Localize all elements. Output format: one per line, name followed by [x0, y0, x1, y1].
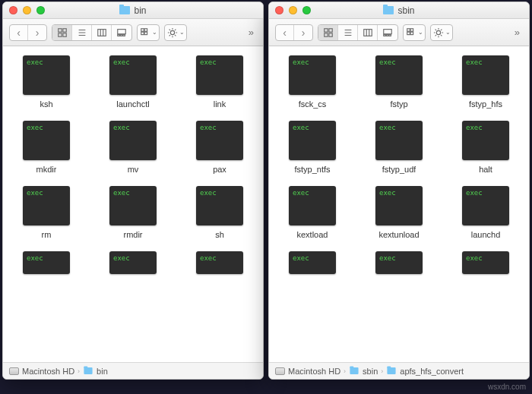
- svg-rect-14: [141, 28, 144, 31]
- exec-icon: [109, 121, 157, 160]
- exec-icon: [289, 186, 336, 225]
- file-item[interactable]: [3, 248, 90, 277]
- path-segment[interactable]: Macintosh HD: [288, 367, 340, 376]
- exec-icon: [196, 251, 243, 274]
- file-item[interactable]: [269, 248, 356, 277]
- svg-rect-44: [410, 32, 413, 35]
- file-item[interactable]: [356, 248, 442, 277]
- action-button[interactable]: ⌄: [430, 24, 453, 41]
- titlebar: sbin: [269, 2, 529, 19]
- folder-icon: [84, 367, 92, 374]
- path-separator-icon: ›: [381, 367, 383, 375]
- view-gallery-button[interactable]: [112, 25, 131, 40]
- minimize-icon[interactable]: [289, 6, 297, 14]
- view-icon-button[interactable]: [318, 25, 338, 40]
- exec-icon: [109, 251, 157, 274]
- path-segment[interactable]: Macintosh HD: [22, 367, 74, 376]
- file-item[interactable]: fstyp_udf: [356, 118, 442, 180]
- svg-rect-0: [58, 28, 61, 31]
- content-area[interactable]: ksh launchctl link mkdir mv pax rm rmdir…: [3, 46, 263, 362]
- file-name: sh: [215, 230, 224, 239]
- content-area[interactable]: fsck_cs fstyp fstyp_hfs fstyp_ntfs fstyp…: [269, 46, 529, 362]
- file-item[interactable]: ksh: [3, 52, 90, 115]
- svg-rect-16: [141, 32, 144, 35]
- file-name: fstyp_udf: [382, 165, 416, 174]
- toolbar-overflow-button[interactable]: »: [511, 27, 523, 38]
- close-icon[interactable]: [275, 6, 283, 14]
- file-name: fstyp: [390, 99, 407, 109]
- group-button[interactable]: ⌄: [137, 24, 160, 41]
- file-item[interactable]: kextload: [269, 183, 356, 245]
- view-column-button[interactable]: [92, 25, 112, 40]
- file-name: ksh: [40, 99, 52, 109]
- zoom-icon[interactable]: [36, 6, 45, 14]
- svg-rect-27: [324, 28, 327, 31]
- file-item[interactable]: fsck_cs: [269, 52, 356, 115]
- minimize-icon[interactable]: [23, 6, 31, 14]
- file-item[interactable]: rm: [3, 183, 90, 245]
- exec-icon: [375, 186, 423, 225]
- file-item[interactable]: kextunload: [356, 183, 442, 245]
- file-item[interactable]: launchd: [442, 183, 529, 245]
- close-icon[interactable]: [9, 6, 17, 14]
- action-button[interactable]: ⌄: [164, 24, 187, 41]
- path-separator-icon: ›: [78, 367, 80, 375]
- exec-icon: [196, 186, 243, 225]
- file-item[interactable]: halt: [442, 118, 529, 180]
- exec-icon: [196, 121, 243, 160]
- path-segment[interactable]: bin: [97, 367, 108, 376]
- view-column-button[interactable]: [358, 25, 378, 40]
- file-item[interactable]: mv: [90, 118, 176, 180]
- path-segment[interactable]: sbin: [363, 367, 378, 376]
- path-segment[interactable]: apfs_hfs_convert: [400, 367, 464, 376]
- file-item[interactable]: sh: [176, 183, 263, 245]
- view-gallery-button[interactable]: [378, 25, 397, 40]
- pathbar: Macintosh HD›sbin›apfs_hfs_convert: [269, 362, 529, 379]
- file-name: fsck_cs: [299, 99, 327, 109]
- file-item[interactable]: fstyp: [356, 52, 442, 115]
- file-name: mkdir: [36, 165, 57, 174]
- forward-button[interactable]: ›: [28, 25, 46, 40]
- svg-rect-11: [118, 34, 120, 36]
- toolbar-overflow-button[interactable]: »: [245, 27, 257, 38]
- group-button[interactable]: ⌄: [403, 24, 426, 41]
- file-item[interactable]: launchctl: [90, 52, 176, 115]
- titlebar: bin: [3, 2, 263, 19]
- exec-icon: [462, 186, 509, 225]
- file-name: link: [214, 99, 226, 109]
- view-mode-segment: [318, 24, 398, 41]
- svg-rect-41: [407, 28, 410, 31]
- forward-button[interactable]: ›: [294, 25, 312, 40]
- svg-rect-2: [58, 33, 61, 36]
- watermark: wsxdn.com: [488, 383, 526, 391]
- svg-line-23: [169, 29, 169, 30]
- svg-line-52: [435, 35, 435, 36]
- path-separator-icon: ›: [344, 367, 346, 375]
- file-item[interactable]: mkdir: [3, 118, 90, 180]
- svg-line-25: [169, 35, 169, 36]
- svg-rect-17: [144, 32, 147, 35]
- exec-icon: [23, 55, 70, 95]
- svg-line-24: [175, 35, 176, 36]
- svg-rect-13: [123, 34, 125, 36]
- file-name: halt: [479, 165, 492, 174]
- file-item[interactable]: pax: [176, 118, 263, 180]
- folder-icon: [119, 6, 130, 14]
- exec-icon: [462, 251, 509, 274]
- back-button[interactable]: ‹: [276, 25, 294, 40]
- file-item[interactable]: link: [176, 52, 263, 115]
- exec-icon: [289, 251, 336, 274]
- file-item[interactable]: fstyp_ntfs: [269, 118, 356, 180]
- view-list-button[interactable]: [338, 25, 358, 40]
- file-item[interactable]: [442, 248, 529, 277]
- file-item[interactable]: [176, 248, 263, 277]
- zoom-icon[interactable]: [302, 6, 311, 14]
- view-icon-button[interactable]: [52, 25, 72, 40]
- view-list-button[interactable]: [72, 25, 92, 40]
- folder-icon: [350, 367, 358, 374]
- file-item[interactable]: rmdir: [90, 183, 176, 245]
- file-item[interactable]: fstyp_hfs: [442, 52, 529, 115]
- file-item[interactable]: [90, 248, 176, 277]
- window-title-text: bin: [134, 5, 146, 16]
- back-button[interactable]: ‹: [10, 25, 28, 40]
